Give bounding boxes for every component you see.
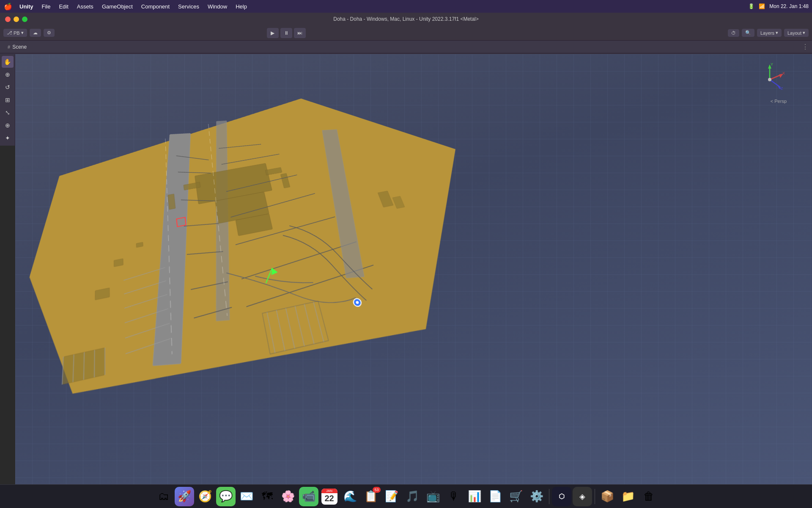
move-tool[interactable]: ⊕ xyxy=(2,69,14,80)
menu-gameobject[interactable]: GameObject xyxy=(99,3,136,11)
layout-dropdown[interactable]: Layout ▾ xyxy=(784,29,809,37)
dock-podcasts[interactable]: 🎙 xyxy=(444,487,464,506)
tab-bar: # Scene ⋮ xyxy=(0,41,812,53)
collab-settings-button[interactable]: ⚙ xyxy=(44,29,55,37)
scene-gizmo[interactable]: Y X Z xyxy=(753,63,787,97)
play-button[interactable]: ▶ xyxy=(267,28,279,38)
menu-services[interactable]: Services xyxy=(175,3,203,11)
dock-finder-window[interactable]: 📁 xyxy=(618,487,638,506)
dock-maps[interactable]: 🗺 xyxy=(258,487,277,506)
rotate-tool[interactable]: ↺ xyxy=(2,81,14,93)
chevron-down-icon: ▾ xyxy=(21,30,24,36)
layers-dropdown[interactable]: Layers ▾ xyxy=(757,29,782,37)
dock-launchpad[interactable]: 🚀 xyxy=(175,487,194,506)
menu-file[interactable]: File xyxy=(38,3,54,11)
dock-finder[interactable]: 🗂 xyxy=(154,487,173,506)
dock-trash[interactable]: 🗑 xyxy=(639,487,658,506)
search-button[interactable]: 🔍 xyxy=(742,29,754,37)
menu-component[interactable]: Component xyxy=(138,3,173,11)
cloud-button[interactable]: ☁ xyxy=(30,29,41,37)
dock-music[interactable]: 🎵 xyxy=(403,487,422,506)
dock-safari[interactable]: 🧭 xyxy=(195,487,215,506)
menu-bar: 🍎 Unity File Edit Assets GameObject Comp… xyxy=(0,0,812,13)
svg-line-54 xyxy=(94,350,95,378)
custom-tool[interactable]: ✦ xyxy=(2,132,14,144)
svg-line-62 xyxy=(770,80,780,87)
window-title: Doha - Doha - Windows, Mac, Linux - Unit… xyxy=(333,16,479,22)
dock-notes[interactable]: 📋 53 xyxy=(361,487,381,506)
menubar-battery-icon: 🔋 xyxy=(748,3,754,9)
svg-point-65 xyxy=(768,78,771,81)
menu-unity[interactable]: Unity xyxy=(16,3,37,11)
dock-unity[interactable]: ◈ xyxy=(573,487,592,506)
svg-text:Z: Z xyxy=(781,86,783,91)
dock-photos[interactable]: 🌸 xyxy=(278,487,298,506)
main-toolbar: ⎇ PB ▾ ☁ ⚙ ▶ ⏸ ⏭ ⏱ 🔍 Layers ▾ Layout ▾ xyxy=(0,25,812,41)
title-bar: Doha - Doha - Windows, Mac, Linux - Unit… xyxy=(0,13,812,25)
chevron-down-icon: ▾ xyxy=(776,30,778,36)
rect-tool[interactable]: ⤡ xyxy=(2,107,14,119)
left-tool-panel: ✋ ⊕ ↺ ⊞ ⤡ ⊕ ✦ xyxy=(0,54,15,146)
menubar-right: 🔋 📶 Mon 22. Jan 1:48 xyxy=(748,3,809,9)
toolbar-right: ⏱ 🔍 Layers ▾ Layout ▾ xyxy=(728,29,809,37)
dock-pages[interactable]: 📄 xyxy=(486,487,505,506)
step-button[interactable]: ⏭ xyxy=(294,28,306,38)
menubar-wifi-icon: 📶 xyxy=(759,3,765,9)
dock-separator-2 xyxy=(595,489,595,504)
history-button[interactable]: ⏱ xyxy=(728,29,739,37)
svg-text:X: X xyxy=(782,71,785,75)
dock-stickies[interactable]: 📝 xyxy=(382,487,401,506)
menu-assets[interactable]: Assets xyxy=(74,3,97,11)
svg-text:Y: Y xyxy=(771,63,773,66)
chevron-down-icon: ▾ xyxy=(803,30,805,36)
traffic-lights xyxy=(5,17,27,22)
dock-facetime[interactable]: 📹 xyxy=(299,487,318,506)
settings-icon: ⚙ xyxy=(47,30,51,36)
scene-viewport[interactable]: Y X Z < Persp xyxy=(15,54,812,484)
dock-messages[interactable]: 💬 xyxy=(216,487,236,506)
dock-separator xyxy=(549,489,549,504)
transform-tool[interactable]: ⊕ xyxy=(2,119,14,131)
search-icon: 🔍 xyxy=(745,30,751,36)
scene-tab-icon: # xyxy=(8,44,10,50)
minimize-button[interactable] xyxy=(14,17,19,22)
menu-help[interactable]: Help xyxy=(232,3,250,11)
dock-tv[interactable]: 📺 xyxy=(423,487,443,506)
menu-edit[interactable]: Edit xyxy=(55,3,71,11)
tab-more-button[interactable]: ⋮ xyxy=(802,43,809,51)
dock-sysprefs[interactable]: ⚙️ xyxy=(527,487,546,506)
cloud-icon: ☁ xyxy=(33,30,38,36)
apple-menu[interactable]: 🍎 xyxy=(3,2,13,11)
dock-installer[interactable]: 📦 xyxy=(598,487,617,506)
svg-rect-7 xyxy=(168,194,176,210)
branch-selector[interactable]: ⎇ PB ▾ xyxy=(3,29,27,37)
pause-button[interactable]: ⏸ xyxy=(280,28,292,38)
tab-scene[interactable]: # Scene xyxy=(3,42,31,52)
scale-tool[interactable]: ⊞ xyxy=(2,94,14,106)
dock-calendar[interactable]: JAN 22 xyxy=(320,487,339,506)
maximize-button[interactable] xyxy=(22,17,27,22)
dock-mail[interactable]: ✉️ xyxy=(237,487,256,506)
playmode-controls: ▶ ⏸ ⏭ xyxy=(267,28,306,38)
menu-window[interactable]: Window xyxy=(204,3,230,11)
history-icon: ⏱ xyxy=(731,30,736,36)
perspective-label: < Persp xyxy=(771,99,787,104)
dock-unityhub[interactable]: ⬡ xyxy=(552,487,571,506)
dock-appstore[interactable]: 🛒 xyxy=(506,487,526,506)
branch-icon: ⎇ xyxy=(7,30,12,36)
close-button[interactable] xyxy=(5,17,11,22)
dock-numbers[interactable]: 📊 xyxy=(465,487,484,506)
hand-tool[interactable]: ✋ xyxy=(2,56,14,68)
dock-edge[interactable]: 🌊 xyxy=(340,487,360,506)
dock: 🗂 🚀 🧭 💬 ✉️ 🗺 🌸 📹 JAN 22 🌊 📋 53 📝 🎵 📺 🎙 📊… xyxy=(0,484,812,508)
menubar-time: Mon 22. Jan 1:48 xyxy=(769,3,809,9)
